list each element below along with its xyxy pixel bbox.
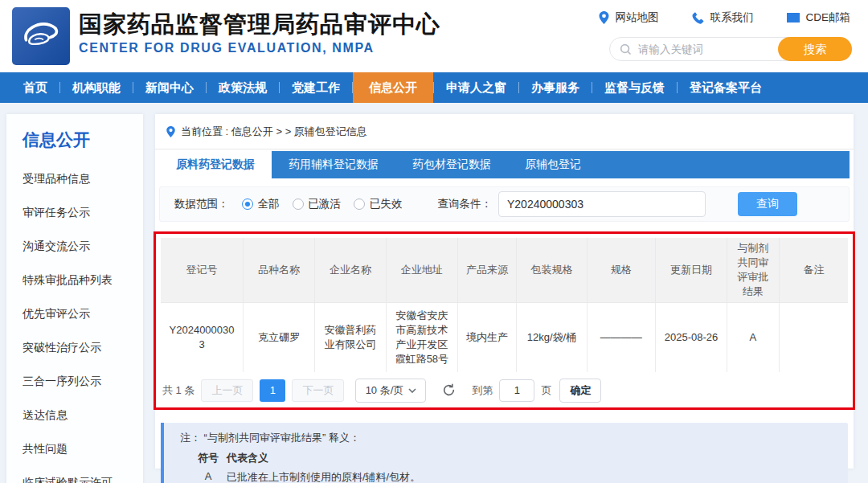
nav-item-functions[interactable]: 机构职能 bbox=[60, 72, 133, 103]
note-legend: 符号 代表含义 A 已批准在上市制剂使用的原料/辅料/包材。 I 尚未通过与制剂… bbox=[180, 451, 837, 483]
nav-item-supervision[interactable]: 监督与反馈 bbox=[592, 72, 677, 103]
radio-activated-label: 已激活 bbox=[309, 197, 342, 211]
query-label: 查询条件： bbox=[438, 197, 493, 211]
goto-page-input[interactable] bbox=[499, 379, 534, 402]
mail-icon bbox=[787, 13, 800, 23]
cell-spec: ———— bbox=[587, 303, 656, 372]
sidebar-item-common-issues[interactable]: 共性问题 bbox=[23, 441, 143, 456]
table-header-row: 登记号 品种名称 企业名称 企业地址 产品来源 包装规格 规格 更新日期 与制剂… bbox=[161, 238, 848, 303]
location-pin-icon bbox=[166, 126, 175, 137]
query-input[interactable] bbox=[498, 191, 706, 217]
highlight-red-box: 登记号 品种名称 企业名称 企业地址 产品来源 包装规格 规格 更新日期 与制剂… bbox=[154, 231, 855, 410]
radio-activated[interactable]: 已激活 bbox=[293, 197, 342, 211]
pagination-total: 共 1 条 bbox=[162, 383, 194, 398]
radio-expired[interactable]: 已失效 bbox=[354, 197, 403, 211]
tab-packaging-registration[interactable]: 药包材登记数据 bbox=[395, 151, 508, 178]
sidebar-item-accepted-varieties[interactable]: 受理品种信息 bbox=[23, 171, 143, 186]
cell-update-date: 2025-08-26 bbox=[656, 303, 727, 372]
filter-bar: 数据范围： 全部 已激活 已失效 查询条件： 查询 bbox=[159, 186, 850, 222]
radio-dot-icon bbox=[354, 199, 365, 210]
confirm-button[interactable]: 确定 bbox=[559, 379, 601, 403]
note-box: 注： “与制剂共同审评审批结果” 释义： 符号 代表含义 A 已批准在上市制剂使… bbox=[161, 423, 848, 483]
cde-logo[interactable] bbox=[12, 7, 70, 65]
sidebar-item-communication[interactable]: 沟通交流公示 bbox=[23, 239, 143, 254]
sitemap-label: 网站地图 bbox=[615, 10, 658, 25]
refresh-icon[interactable] bbox=[442, 383, 456, 397]
goto-page-unit: 页 bbox=[541, 383, 551, 398]
col-update-date: 更新日期 bbox=[656, 238, 727, 303]
col-company-name: 企业名称 bbox=[315, 238, 387, 303]
nav-item-info-disclosure[interactable]: 信息公开 bbox=[353, 72, 433, 103]
nav-item-home[interactable]: 首页 bbox=[11, 72, 59, 103]
radio-all[interactable]: 全部 bbox=[242, 197, 280, 211]
note-col-meaning: 代表含义 bbox=[227, 451, 837, 465]
registration-table: 登记号 品种名称 企业名称 企业地址 产品来源 包装规格 规格 更新日期 与制剂… bbox=[161, 238, 848, 372]
location-pin-icon bbox=[599, 11, 609, 24]
sidebar-item-priority-review[interactable]: 优先审评公示 bbox=[23, 306, 143, 321]
tab-apipack-registration[interactable]: 原辅包登记 bbox=[508, 151, 598, 178]
sitemap-link[interactable]: 网站地图 bbox=[599, 10, 658, 25]
page-1-button[interactable]: 1 bbox=[260, 379, 285, 402]
cell-package-spec: 12kg/袋/桶 bbox=[517, 303, 587, 372]
cde-logo-swoosh bbox=[18, 13, 64, 59]
next-page-button[interactable]: 下一页 bbox=[292, 379, 344, 402]
page-size-value: 10 条/页 bbox=[366, 383, 404, 398]
nav-item-party[interactable]: 党建工作 bbox=[280, 72, 352, 103]
note-symbol-a: A bbox=[190, 470, 227, 482]
sidebar-item-three-in-one[interactable]: 三合一序列公示 bbox=[23, 374, 143, 389]
tab-bar: 原料药登记数据 药用辅料登记数据 药包材登记数据 原辅包登记 bbox=[159, 151, 850, 178]
scope-label: 数据范围： bbox=[174, 197, 229, 211]
radio-dot-icon bbox=[242, 199, 253, 210]
nav-item-policies[interactable]: 政策法规 bbox=[207, 72, 279, 103]
top-links: 网站地图 联系我们 CDE邮箱 bbox=[599, 10, 850, 25]
col-spec: 规格 bbox=[587, 238, 656, 303]
tab-api-registration[interactable]: 原料药登记数据 bbox=[159, 151, 272, 178]
main-nav: 首页 机构职能 新闻中心 政策法规 党建工作 信息公开 申请人之窗 办事服务 监… bbox=[0, 72, 868, 103]
sidebar-item-clinical-trial-license[interactable]: 临床试验默示许可 bbox=[23, 475, 143, 483]
nav-item-registration-platform[interactable]: 登记备案平台 bbox=[678, 72, 774, 103]
note-col-symbol: 符号 bbox=[190, 451, 227, 465]
note-meaning-a: 已批准在上市制剂使用的原料/辅料/包材。 bbox=[227, 470, 837, 483]
cell-company-name: 安徽普利药业有限公司 bbox=[315, 303, 387, 372]
sidebar-item-special-approval[interactable]: 特殊审批品种列表 bbox=[23, 272, 143, 288]
breadcrumb: 当前位置 : 信息公开 > > 原辅包登记信息 bbox=[155, 114, 854, 149]
prev-page-button[interactable]: 上一页 bbox=[201, 379, 253, 402]
col-package-spec: 包装规格 bbox=[517, 238, 587, 303]
nav-item-applicant-window[interactable]: 申请人之窗 bbox=[434, 72, 518, 103]
nav-item-services[interactable]: 办事服务 bbox=[519, 72, 592, 103]
page-size-select[interactable]: 10 条/页 bbox=[355, 379, 426, 403]
note-title: 注： “与制剂共同审评审批结果” 释义： bbox=[180, 431, 837, 445]
tab-excipient-registration[interactable]: 药用辅料登记数据 bbox=[272, 151, 395, 178]
table-row: Y20240000303 克立硼罗 安徽普利药业有限公司 安徽省安庆市高新技术产… bbox=[161, 303, 848, 372]
col-product-source: 产品来源 bbox=[457, 238, 517, 303]
sidebar: 信息公开 受理品种信息 审评任务公示 沟通交流公示 特殊审批品种列表 优先审评公… bbox=[6, 114, 143, 483]
cell-registration-no: Y20240000303 bbox=[161, 303, 244, 372]
radio-dot-icon bbox=[293, 199, 304, 210]
goto-page-label: 到第 bbox=[472, 383, 493, 398]
chevron-down-icon bbox=[408, 388, 416, 393]
page: 国家药品监督管理局药品审评中心 CENTER FOR DRUG EVALUATI… bbox=[0, 0, 868, 483]
cell-product-source: 境内生产 bbox=[457, 303, 517, 372]
cell-joint-review-result: A bbox=[727, 303, 779, 372]
contact-link[interactable]: 联系我们 bbox=[692, 10, 753, 25]
radio-expired-label: 已失效 bbox=[370, 197, 403, 211]
col-company-address: 企业地址 bbox=[386, 238, 457, 303]
search-button[interactable]: 搜索 bbox=[778, 37, 852, 61]
radio-all-label: 全部 bbox=[258, 197, 280, 211]
mailbox-link[interactable]: CDE邮箱 bbox=[787, 10, 850, 25]
site-header: 国家药品监督管理局药品审评中心 CENTER FOR DRUG EVALUATI… bbox=[0, 0, 868, 72]
sidebar-item-breakthrough-therapy[interactable]: 突破性治疗公示 bbox=[23, 340, 143, 355]
nav-item-news[interactable]: 新闻中心 bbox=[133, 72, 206, 103]
sidebar-item-review-tasks[interactable]: 审评任务公示 bbox=[23, 205, 143, 220]
mailbox-label: CDE邮箱 bbox=[805, 10, 850, 25]
query-button[interactable]: 查询 bbox=[738, 192, 797, 216]
cell-remarks bbox=[779, 303, 848, 372]
sidebar-title: 信息公开 bbox=[23, 129, 143, 151]
search-input[interactable] bbox=[638, 43, 778, 55]
search-icon bbox=[620, 43, 632, 55]
col-variety-name: 品种名称 bbox=[244, 238, 315, 303]
cell-variety-name: 克立硼罗 bbox=[244, 303, 315, 372]
main-content: 当前位置 : 信息公开 > > 原辅包登记信息 原料药登记数据 药用辅料登记数据… bbox=[155, 114, 854, 469]
sidebar-item-delivery-info[interactable]: 送达信息 bbox=[23, 407, 143, 423]
site-subtitle: CENTER FOR DRUG EVALUATION, NMPA bbox=[79, 41, 440, 55]
